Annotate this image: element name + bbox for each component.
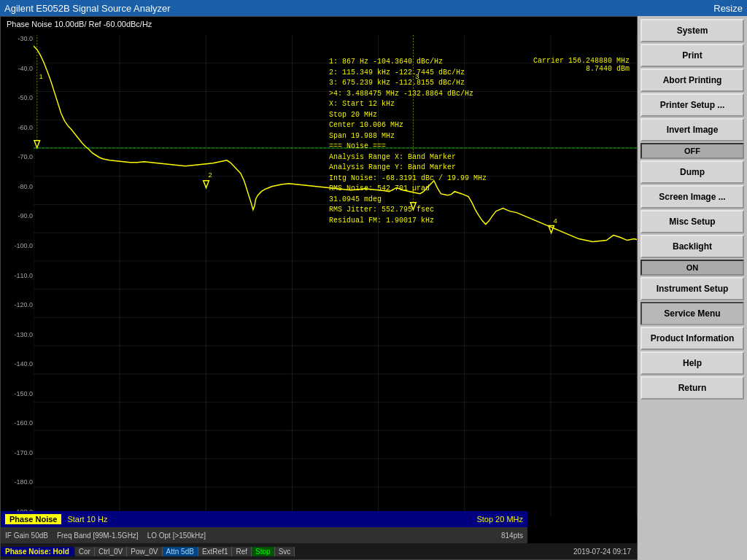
noise-range-x: Analysis Range X: Band Marker (329, 152, 487, 163)
status-phase-noise: Phase Noise (5, 514, 61, 524)
y-label: -150.0 (2, 390, 33, 397)
sweep-span: Span 19.988 MHz (329, 131, 487, 142)
bottom-pow0v: Pow_0V (127, 547, 162, 556)
status-start: Start 10 Hz (67, 515, 107, 524)
bottom-ctrl0v: Ctrl_0V (95, 547, 127, 556)
noise-residual: Residual FM: 1.90017 kHz (329, 216, 487, 227)
carrier-freq: Carrier 156.248880 MHz (533, 57, 630, 65)
bottom-cor: Cor (75, 547, 95, 556)
status-bar2: IF Gain 50dB Freq Band [99M-1.5GHz] LO O… (1, 527, 527, 543)
noise-intg: Intg Noise: -68.3191 dBc / 19.99 MHz (329, 174, 487, 184)
resize-btn[interactable]: Resize (713, 3, 743, 14)
abort-printing-button[interactable]: Abort Printing (640, 69, 744, 92)
y-label: -140.0 (2, 360, 33, 368)
noise-rms: RMS Noise: 542.701 µrad (329, 184, 487, 195)
y-label: -40.0 (2, 65, 33, 72)
y-label: -90.0 (2, 212, 33, 219)
bottom-datetime: 2019-07-24 09:17 (573, 548, 637, 556)
pts: 814pts (501, 532, 523, 540)
bottom-stop: Stop (252, 547, 275, 556)
printer-setup-button[interactable]: Printer Setup ... (640, 93, 744, 117)
lo-opt: LO Opt [>150kHz] (147, 532, 206, 540)
backlight-state: ON (640, 260, 744, 276)
invert-image-state: OFF (640, 143, 744, 159)
noise-rms2: 31.0945 mdeg (329, 195, 487, 206)
bottom-ref: Ref (232, 547, 252, 556)
carrier-power: 8.7440 dBm (533, 65, 630, 73)
status-stop: Stop 20 MHz (476, 515, 523, 524)
y-label: -180.0 (2, 478, 33, 486)
y-label: -70.0 (2, 153, 33, 160)
bottom-attn: Attn 5dB (163, 547, 198, 556)
svg-text:4: 4 (554, 216, 558, 224)
svg-text:2: 2 (208, 170, 212, 178)
y-label: -60.0 (2, 124, 33, 131)
y-axis: -30.0 -40.0 -50.0 -60.0 -70.0 -80.0 -90.… (1, 35, 34, 516)
main-area: Phase Noise 10.00dB/ Ref -60.00dBc/Hz -3… (0, 16, 747, 560)
y-label: -130.0 (2, 331, 33, 338)
app-title: Agilent E5052B Signal Source Analyzer (4, 3, 171, 14)
backlight-button[interactable]: Backlight (640, 235, 744, 258)
noise-range-y: Analysis Range Y: Band Marker (329, 163, 487, 174)
marker2: 2: 115.349 kHz -122.7445 dBc/Hz (329, 68, 487, 79)
title-bar: Agilent E5052B Signal Source Analyzer Re… (0, 0, 747, 16)
sidebar: System Print Abort Printing Printer Setu… (638, 16, 747, 560)
service-menu-button[interactable]: Service Menu (640, 302, 744, 325)
sweep-start: X: Start 12 kHz (329, 99, 487, 110)
info-overlay: 1: 867 Hz -104.3640 dBc/Hz 2: 115.349 kH… (329, 57, 487, 226)
misc-setup-button[interactable]: Misc Setup (640, 210, 744, 233)
chart-title: Phase Noise 10.00dB/ Ref -60.00dBc/Hz (7, 20, 152, 28)
help-button[interactable]: Help (640, 351, 744, 375)
bottom-phase-noise-label: Phase Noise: Hold (1, 547, 74, 556)
y-label: -120.0 (2, 301, 33, 308)
y-label: -50.0 (2, 94, 33, 101)
if-gain: IF Gain 50dB (5, 532, 48, 540)
sweep-center: Center 10.006 MHz (329, 120, 487, 131)
chart-area: Phase Noise 10.00dB/ Ref -60.00dBc/Hz -3… (0, 16, 638, 560)
noise-jitter: RMS Jitter: 552.795 fsec (329, 205, 487, 216)
product-info-button[interactable]: Product Information (640, 327, 744, 350)
marker3: 3: 675.239 kHz -112.8155 dBc/Hz (329, 78, 487, 89)
noise-header: === Noise === (329, 141, 487, 152)
bottom-bar: Phase Noise: Hold Cor Ctrl_0V Pow_0V Att… (1, 543, 637, 559)
y-label: -110.0 (2, 272, 33, 279)
invert-image-button[interactable]: Invert Image (640, 118, 744, 141)
bottom-extref1: ExtRef1 (198, 547, 233, 556)
y-label: -160.0 (2, 419, 33, 427)
y-label: -30.0 (2, 35, 33, 42)
system-button[interactable]: System (640, 19, 744, 42)
sweep-stop: Stop 20 MHz (329, 110, 487, 121)
marker4: >4: 3.488475 MHz -132.8864 dBc/Hz (329, 89, 487, 100)
screen-image-button[interactable]: Screen Image ... (640, 185, 744, 209)
carrier-info: Carrier 156.248880 MHz 8.7440 dBm (533, 57, 630, 73)
bottom-svc: Svc (275, 547, 295, 556)
y-label: -80.0 (2, 183, 33, 190)
y-label: -100.0 (2, 242, 33, 249)
status-bar: Phase Noise Start 10 Hz Stop 20 MHz (1, 511, 527, 527)
svg-text:1: 1 (39, 72, 43, 80)
instrument-setup-button[interactable]: Instrument Setup (640, 277, 744, 300)
return-button[interactable]: Return (640, 376, 744, 400)
dump-button[interactable]: Dump (640, 160, 744, 184)
freq-band: Freq Band [99M-1.5GHz] (57, 532, 139, 540)
print-button[interactable]: Print (640, 44, 744, 67)
marker1: 1: 867 Hz -104.3640 dBc/Hz (329, 57, 487, 68)
y-label: -170.0 (2, 449, 33, 456)
